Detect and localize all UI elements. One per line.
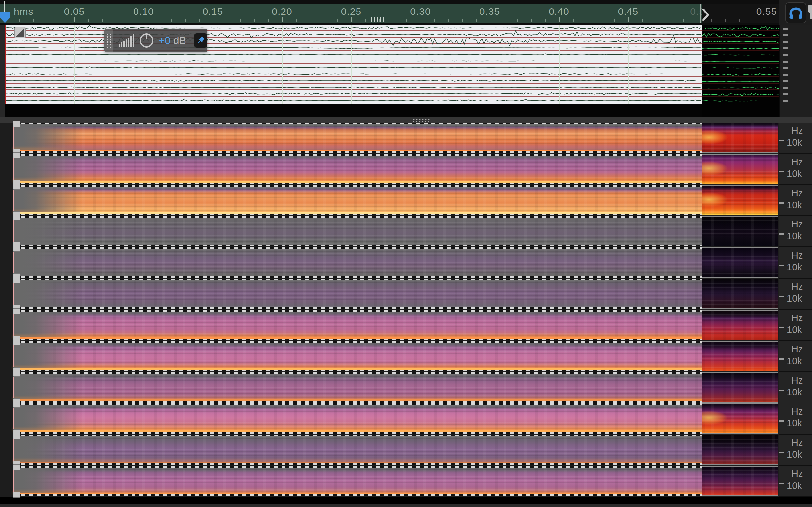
fade-tool-button[interactable] (14, 27, 26, 38)
selection-border-bottom[interactable] (13, 151, 702, 153)
spectrogram-row (13, 341, 778, 372)
freq-unit-label: Hz (791, 437, 803, 448)
frequency-label-block[interactable]: Hz10k (779, 247, 812, 278)
hud-drag-handle[interactable] (104, 29, 114, 52)
ruler-tick (725, 19, 726, 22)
selection-border-bottom[interactable] (13, 245, 702, 246)
frequency-label-block[interactable]: Hz10k (779, 310, 812, 340)
gain-value[interactable]: +0 (159, 35, 170, 47)
selection-end-marker[interactable] (700, 4, 701, 23)
selection-handle[interactable] (13, 371, 20, 377)
frequency-label-block[interactable]: Hz10k (779, 403, 812, 434)
spectrogram-selected-region[interactable] (13, 405, 702, 432)
spectrogram-unselected-region[interactable] (702, 373, 778, 403)
selection-border-top[interactable] (13, 154, 702, 156)
selection-border-top[interactable] (13, 466, 702, 467)
spectrogram-unselected-region[interactable] (702, 154, 778, 184)
selection-handle[interactable] (13, 152, 20, 158)
pin-hud-button[interactable] (194, 33, 207, 48)
spectrogram-selected-region[interactable] (13, 124, 702, 151)
spectrogram-unselected-region[interactable] (702, 466, 778, 496)
spectrogram-unselected-region[interactable] (702, 123, 778, 153)
selection-border-top[interactable] (13, 403, 702, 405)
ruler-tick (407, 19, 407, 22)
selection-handle[interactable] (13, 308, 20, 314)
gain-hud[interactable]: +0 dB (104, 29, 207, 52)
ruler-unselected-region[interactable]: 0.55 (702, 4, 779, 23)
selection-handle[interactable] (13, 464, 20, 470)
overview-gridline (74, 25, 75, 104)
frequency-label-block[interactable]: Hz10k (779, 123, 812, 153)
selection-handle[interactable] (13, 492, 20, 498)
spectrogram-unselected-region[interactable] (702, 216, 778, 246)
spectrogram-selected-region[interactable] (13, 249, 702, 276)
waveform-overview-unselected[interactable] (702, 25, 779, 117)
selection-border-bottom[interactable] (13, 307, 702, 309)
frequency-label-block[interactable]: Hz10k (779, 341, 812, 372)
overview-gridline (421, 25, 421, 104)
frequency-label-block[interactable]: Hz10k (779, 216, 812, 246)
spectrogram-unselected-region[interactable] (702, 279, 778, 309)
freq-unit-label: Hz (791, 219, 803, 230)
selection-border-bottom[interactable] (13, 401, 702, 403)
spectrogram-unselected-region[interactable] (702, 341, 778, 372)
spectrogram-selected-region[interactable] (13, 156, 702, 183)
spectrogram-unselected-region[interactable] (702, 185, 778, 216)
frequency-label-block[interactable]: Hz10k (779, 466, 812, 496)
ruler-tick (462, 19, 463, 22)
frequency-label-block[interactable]: Hz10k (779, 185, 812, 216)
frequency-label-block[interactable]: Hz10k (779, 154, 812, 184)
spectrogram-selected-region[interactable] (13, 436, 702, 463)
selection-border-top[interactable] (13, 185, 702, 187)
selection-border-top[interactable] (13, 279, 702, 280)
selection-handle[interactable] (13, 246, 20, 252)
spectrogram-unselected-region[interactable] (702, 310, 778, 340)
spectrogram-unselected-region[interactable] (702, 435, 778, 465)
selection-handle[interactable] (13, 402, 20, 408)
audio-editor-window: 0.050.100.150.200.250.300.350.400.450.5h… (0, 0, 812, 507)
panel-splitter[interactable] (0, 117, 812, 123)
splitter-grip-icon[interactable] (413, 118, 432, 122)
selection-border-bottom[interactable] (13, 463, 702, 465)
selection-handle[interactable] (13, 277, 20, 283)
selection-border-top[interactable] (13, 216, 702, 218)
spectrogram-selected-region[interactable] (13, 343, 702, 370)
spectrogram-selected-region[interactable] (13, 218, 702, 245)
spectrogram-selected-region[interactable] (13, 280, 702, 307)
spectrogram-selected-region[interactable] (13, 187, 702, 214)
selection-handle[interactable] (13, 215, 20, 220)
gain-dial-icon[interactable] (140, 33, 153, 48)
selection-border-bottom[interactable] (13, 339, 702, 340)
selection-border-top[interactable] (13, 341, 702, 343)
selection-handle[interactable] (13, 340, 20, 345)
spectrogram-unselected-region[interactable] (702, 247, 778, 278)
timeline-ruler[interactable]: 0.050.100.150.200.250.300.350.400.450.5h… (0, 0, 812, 25)
frequency-label-block[interactable]: Hz10k (779, 279, 812, 309)
ruler-selected-region[interactable]: 0.050.100.150.200.250.300.350.400.450.5h… (0, 4, 702, 23)
selection-border-bottom[interactable] (13, 214, 702, 216)
selection-handle[interactable] (13, 433, 20, 439)
frequency-label-block[interactable]: Hz10k (779, 373, 812, 403)
selection-border-top[interactable] (13, 123, 702, 124)
edit-tool-icon[interactable] (808, 5, 812, 20)
selection-end-chevron-icon[interactable] (702, 9, 710, 22)
selection-border-bottom[interactable] (13, 370, 702, 372)
spectrogram-selected-region[interactable] (13, 312, 702, 339)
selection-border-bottom[interactable] (13, 183, 702, 184)
selection-handle[interactable] (13, 121, 20, 127)
monitor-headphones-button[interactable] (786, 2, 806, 23)
selection-border-top[interactable] (13, 247, 702, 249)
selection-border-top[interactable] (13, 373, 702, 374)
freq-unit-label: Hz (791, 250, 803, 261)
selection-border-bottom[interactable] (13, 495, 702, 496)
frequency-label-block[interactable]: Hz10k (779, 435, 812, 465)
selection-border-bottom[interactable] (13, 276, 702, 278)
selection-border-top[interactable] (13, 310, 702, 312)
spectrogram-selected-region[interactable] (13, 374, 702, 401)
freq-tick-mark (779, 296, 784, 297)
spectrogram-selected-region[interactable] (13, 467, 702, 495)
selection-border-bottom[interactable] (13, 432, 702, 434)
spectrogram-unselected-region[interactable] (702, 403, 778, 434)
selection-border-top[interactable] (13, 435, 702, 436)
selection-handle[interactable] (13, 183, 20, 189)
